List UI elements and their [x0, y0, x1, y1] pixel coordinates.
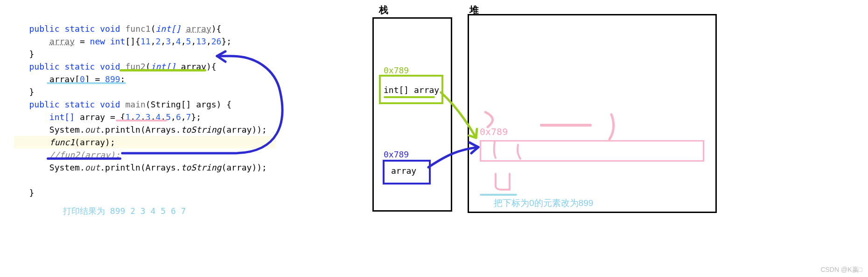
watermark: CSDN @K嬴□	[820, 266, 862, 274]
addr-pink: 0x789	[480, 126, 508, 137]
print-result: 打印结果为 899 2 3 4 5 6 7	[63, 206, 186, 217]
addr-blue: 0x789	[384, 149, 409, 159]
underline-fun2-call	[47, 157, 121, 160]
underline-assign-899	[47, 82, 126, 84]
annotation-change-0: 把下标为0的元素改为899	[494, 197, 593, 209]
heap-array-box	[480, 140, 704, 162]
underline-array-init	[116, 120, 167, 121]
frame-fun2-text: int[] array	[384, 85, 439, 95]
annotate-underline	[480, 194, 517, 196]
page-root: { "code": { "func1_sig_1": "public", "fu…	[0, 0, 868, 277]
frame-main-text: array	[391, 166, 416, 176]
label-stack: 栈	[379, 4, 388, 16]
addr-green: 0x789	[384, 65, 409, 75]
code-block: public static void func1(int[] array){ a…	[14, 22, 313, 199]
underline-frame-green	[384, 96, 435, 98]
heap-box	[468, 14, 717, 213]
underline-fun2-sig	[119, 69, 206, 71]
